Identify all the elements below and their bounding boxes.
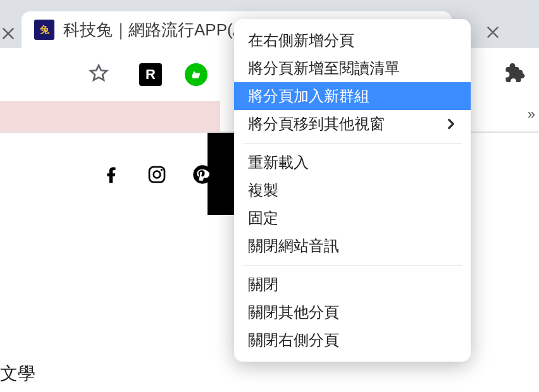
- menu-new-tab-right[interactable]: 在右側新增分頁: [234, 27, 471, 54]
- social-icons: [101, 164, 213, 185]
- facebook-icon[interactable]: [101, 164, 121, 185]
- menu-duplicate[interactable]: 複製: [234, 176, 471, 204]
- menu-separator: [243, 143, 462, 144]
- menu-reload[interactable]: 重新載入: [234, 149, 471, 176]
- tab-favicon: 兔: [34, 20, 54, 40]
- extension-r-icon[interactable]: R: [139, 63, 162, 86]
- favicon-label: 兔: [40, 24, 49, 36]
- svg-point-3: [161, 169, 163, 171]
- page-placeholder: [0, 101, 220, 132]
- star-icon[interactable]: [89, 63, 109, 83]
- svg-point-2: [154, 171, 161, 178]
- menu-mute-site[interactable]: 關閉網站音訊: [234, 232, 471, 260]
- tab-title: 科技兔｜網路流行APP(A: [63, 19, 244, 41]
- extension-r-label: R: [146, 66, 156, 83]
- close-icon[interactable]: [485, 24, 501, 40]
- extensions-puzzle-icon[interactable]: [505, 63, 528, 86]
- menu-move-to-window[interactable]: 將分頁移到其他視窗: [234, 110, 471, 138]
- close-icon[interactable]: [0, 25, 8, 33]
- menu-separator: [243, 265, 462, 266]
- menu-close-right[interactable]: 關閉右側分頁: [234, 326, 471, 354]
- extension-thumb-icon[interactable]: [185, 63, 208, 86]
- menu-close-others[interactable]: 關閉其他分頁: [234, 298, 471, 326]
- overflow-chevron-icon[interactable]: »: [528, 106, 535, 123]
- pinterest-icon[interactable]: [192, 164, 213, 185]
- page-footer-text: 文學: [0, 362, 35, 386]
- menu-add-to-new-group[interactable]: 將分頁加入新群組: [234, 82, 471, 110]
- instagram-icon[interactable]: [147, 164, 167, 185]
- menu-pin[interactable]: 固定: [234, 204, 471, 232]
- menu-close[interactable]: 關閉: [234, 271, 471, 298]
- menu-add-reading-list[interactable]: 將分頁新增至閱讀清單: [234, 54, 471, 82]
- tab-context-menu: 在右側新增分頁 將分頁新增至閱讀清單 將分頁加入新群組 將分頁移到其他視窗 重新…: [234, 19, 471, 362]
- chevron-right-icon: [443, 116, 459, 132]
